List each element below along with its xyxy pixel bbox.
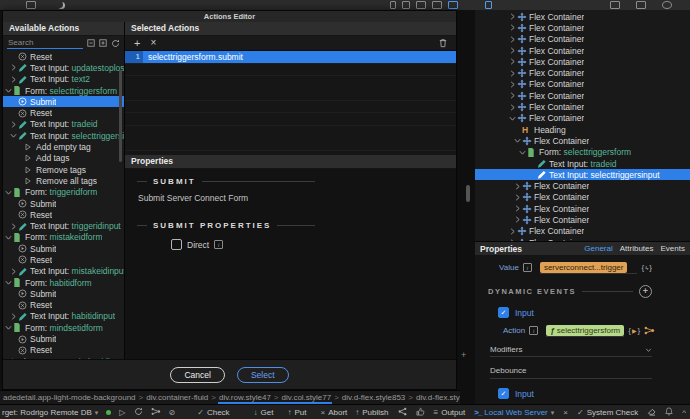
chevron-right-icon[interactable] bbox=[514, 216, 522, 223]
refresh-list-icon[interactable] bbox=[111, 39, 120, 48]
pen-tool-icon[interactable] bbox=[485, 1, 492, 9]
flow-editor-icon[interactable] bbox=[644, 326, 655, 335]
chevron-right-icon[interactable] bbox=[509, 24, 517, 31]
tree-item[interactable]: Remove tags bbox=[3, 164, 124, 175]
action-pill[interactable]: ƒselecttriggersform bbox=[546, 325, 624, 336]
tree-item[interactable]: Flex Container bbox=[475, 214, 690, 225]
book-icon[interactable] bbox=[636, 1, 646, 9]
thumbs-up-icon[interactable] bbox=[416, 407, 425, 418]
chevron-right-icon[interactable] bbox=[509, 81, 517, 88]
tree-item[interactable]: Text Input: tradeid bbox=[475, 158, 690, 169]
add-element-button[interactable]: + bbox=[461, 350, 466, 360]
tree-item[interactable]: Text Input: triggeridinput bbox=[3, 220, 124, 231]
breadcrumb-item[interactable]: div.container-fluid bbox=[145, 393, 209, 403]
chevron-right-icon[interactable] bbox=[509, 47, 517, 54]
tree-item[interactable]: Submit bbox=[3, 198, 124, 209]
share-icon[interactable] bbox=[398, 407, 407, 418]
chevron-right-icon[interactable] bbox=[10, 121, 18, 128]
tree-item[interactable]: Flex Container bbox=[475, 203, 690, 214]
tree-item[interactable]: Submit bbox=[3, 333, 124, 344]
expand-all-icon[interactable] bbox=[99, 39, 107, 47]
chevron-down-icon[interactable] bbox=[5, 324, 13, 331]
modifiers-row[interactable]: Modifiers bbox=[490, 345, 652, 357]
tree-item[interactable]: Flex Container bbox=[475, 22, 690, 33]
tree-item[interactable]: Flex Container bbox=[475, 192, 690, 203]
tree-item[interactable]: Form: selecttriggersform bbox=[3, 85, 124, 96]
tree-item[interactable]: HHeading bbox=[475, 124, 690, 135]
tree-item[interactable]: Flex Container bbox=[475, 67, 690, 78]
scrollbar-thumb[interactable] bbox=[119, 70, 122, 162]
device-phone-icon[interactable] bbox=[390, 1, 396, 9]
chevron-down-icon[interactable] bbox=[10, 132, 18, 139]
tree-item[interactable]: Text Input: selecttriggersinput bbox=[3, 130, 124, 141]
tree-item-selected[interactable]: Text Input: selecttriggersinput bbox=[475, 169, 690, 180]
chevron-right-icon[interactable] bbox=[509, 104, 517, 111]
refresh-icon[interactable] bbox=[134, 407, 143, 418]
chevron-right-icon[interactable] bbox=[509, 58, 517, 65]
tree-item[interactable]: Reset bbox=[3, 107, 124, 118]
cancel-button[interactable]: Cancel bbox=[170, 367, 224, 383]
collapse-all-icon[interactable] bbox=[87, 39, 95, 47]
info-icon[interactable]: i bbox=[523, 263, 532, 272]
tree-item[interactable]: Reset bbox=[3, 51, 124, 62]
tree-item[interactable]: Flex Container bbox=[475, 90, 690, 101]
flow-icon[interactable] bbox=[151, 407, 161, 418]
tree-item[interactable]: Flex Container bbox=[475, 113, 690, 124]
tree-item[interactable]: Remove all tags bbox=[3, 175, 124, 186]
chevron-right-icon[interactable] bbox=[509, 70, 517, 77]
check-button[interactable]: ✓Check bbox=[197, 408, 229, 417]
tree-item[interactable]: Reset bbox=[3, 209, 124, 220]
add-action-button[interactable]: + bbox=[134, 38, 140, 48]
abort-button[interactable]: ×Abort bbox=[321, 408, 348, 417]
breadcrumb-item[interactable]: div.col.style77 bbox=[281, 393, 333, 404]
chevron-down-icon[interactable] bbox=[514, 137, 522, 144]
eraser-icon[interactable] bbox=[647, 408, 656, 418]
dark-mode-moon-icon[interactable] bbox=[58, 2, 65, 9]
close-server-icon[interactable]: × bbox=[563, 408, 568, 417]
chevron-right-icon[interactable] bbox=[509, 36, 517, 43]
chevron-right-icon[interactable] bbox=[10, 313, 18, 320]
tree-item[interactable]: Form: triggeridform bbox=[3, 187, 124, 198]
tree-item[interactable]: Flex Container bbox=[475, 101, 690, 112]
tree-item[interactable]: Form: selecttriggersform bbox=[475, 147, 690, 158]
chevron-down-icon[interactable] bbox=[5, 279, 13, 286]
remove-action-button[interactable]: × bbox=[150, 38, 156, 48]
chevron-up-icon[interactable]: ^ bbox=[682, 408, 686, 417]
tree-item[interactable]: Reset bbox=[3, 300, 124, 311]
device-laptop-icon[interactable] bbox=[416, 1, 426, 9]
chevron-right-icon[interactable] bbox=[10, 76, 18, 83]
tree-item[interactable]: Flex Container bbox=[475, 11, 690, 22]
tab-events[interactable]: Events bbox=[661, 244, 685, 253]
tree-item[interactable]: Text Input: mistakeidinput bbox=[3, 266, 124, 277]
chevron-right-icon[interactable] bbox=[514, 205, 522, 212]
info-icon[interactable]: i bbox=[214, 240, 223, 249]
tree-item[interactable]: Flex Container bbox=[475, 226, 690, 237]
tree-item[interactable]: Text Input: updatestoploss bbox=[3, 62, 124, 73]
chevron-right-icon[interactable] bbox=[10, 64, 18, 71]
tree-item[interactable]: Submit bbox=[3, 243, 124, 254]
tree-item[interactable]: Reset bbox=[3, 254, 124, 265]
breadcrumb-item[interactable]: div.d-flex.style854 bbox=[415, 393, 460, 403]
tree-item[interactable]: Text Input: tradeid bbox=[3, 119, 124, 130]
disable-icon[interactable]: ⊘ bbox=[169, 408, 176, 417]
chevron-down-icon[interactable] bbox=[5, 189, 13, 196]
tree-item[interactable]: Text Input: habitidinput bbox=[3, 311, 124, 322]
debounce-row[interactable]: Debounce bbox=[490, 366, 652, 379]
chevron-right-icon[interactable] bbox=[514, 183, 522, 190]
tree-item[interactable]: Text Input: text2 bbox=[3, 74, 124, 85]
device-tv-icon[interactable] bbox=[448, 1, 458, 9]
chevron-right-icon[interactable] bbox=[10, 268, 18, 275]
tree-item-selected[interactable]: Submit bbox=[3, 96, 124, 107]
breadcrumb-item[interactable]: div.d-flex.style853 bbox=[341, 393, 406, 403]
system-check-button[interactable]: ✓System Check bbox=[577, 408, 638, 417]
chevron-right-icon[interactable] bbox=[509, 13, 517, 20]
trash-icon[interactable] bbox=[439, 38, 447, 48]
tree-item[interactable]: Add empty tag bbox=[3, 141, 124, 152]
add-event-button[interactable]: + bbox=[639, 285, 652, 298]
tree-item[interactable]: Reset bbox=[3, 345, 124, 356]
tree-item[interactable]: Form: mistakeidform bbox=[3, 232, 124, 243]
info-icon[interactable]: i bbox=[529, 326, 538, 335]
output-button[interactable]: ≡Output bbox=[434, 408, 466, 417]
play-icon[interactable]: ▷ bbox=[119, 408, 125, 417]
publish-button[interactable]: ↑Publish bbox=[355, 408, 388, 417]
